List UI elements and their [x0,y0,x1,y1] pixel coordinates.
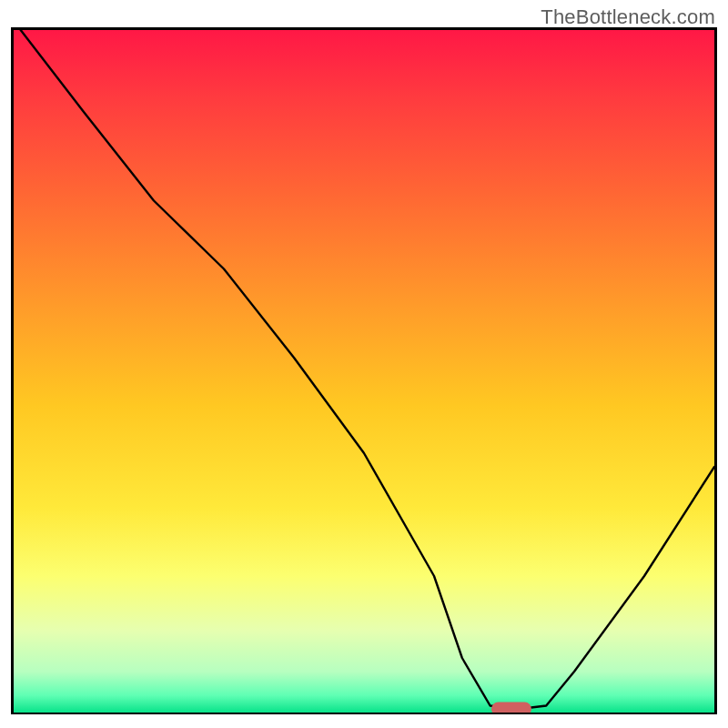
watermark-text: TheBottleneck.com [541,5,715,29]
optimal-marker [491,703,531,714]
plot-area [11,27,717,714]
bottleneck-curve [14,30,714,713]
chart-frame [11,27,717,728]
